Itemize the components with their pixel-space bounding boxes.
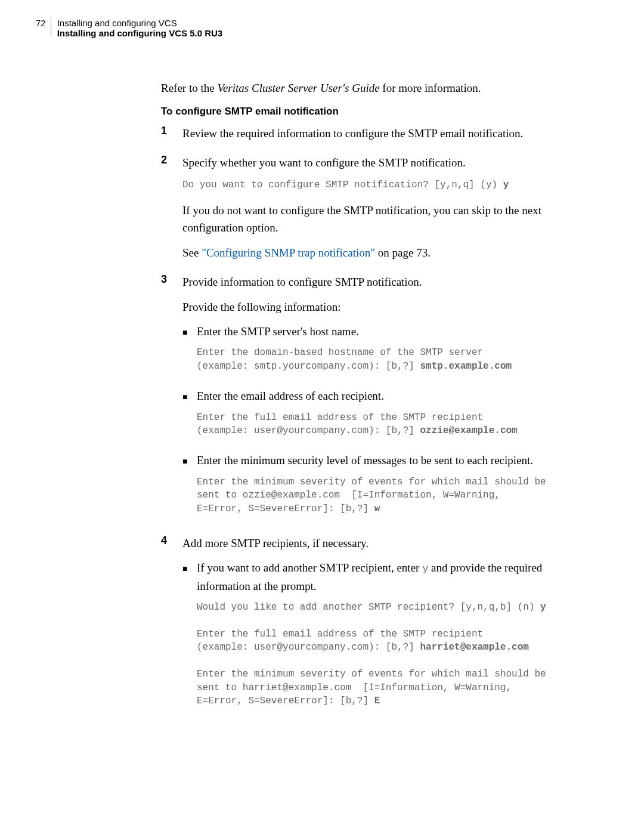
code-l1: Enter the full email address of the SMTP…	[197, 412, 483, 423]
step-body: Provide information to configure SMTP no…	[182, 273, 596, 530]
code-l1: Enter the domain-based hostname of the S…	[197, 347, 483, 358]
bullet-icon: ■	[182, 387, 197, 447]
b1-prefix: If you want to add another SMTP recipien…	[197, 561, 422, 574]
intro-suffix: for more information.	[380, 82, 481, 94]
step-number: 4	[161, 535, 182, 722]
chapter-title: Installing and configuring VCS	[57, 18, 223, 28]
procedure-heading: To configure SMTP email notification	[161, 106, 596, 118]
bullet-item: ■ Enter the email address of each recipi…	[182, 387, 596, 447]
code-block: Enter the domain-based hostname of the S…	[197, 346, 596, 373]
section-title: Installing and configuring VCS 5.0 RU3	[57, 28, 223, 38]
code-l2: sent to ozzie@example.com [I=Information…	[197, 490, 500, 500]
step-body: Specify whether you want to configure th…	[182, 154, 596, 268]
inline-code-y: y	[422, 563, 428, 574]
code-b2: (example: user@yourcompany.com): [b,?]	[197, 642, 420, 653]
step-body: Review the required information to confi…	[182, 125, 596, 149]
bullet-text: If you want to add another SMTP recipien…	[197, 559, 596, 595]
bullet-body: Enter the SMTP server's host name. Enter…	[197, 323, 596, 382]
code-c2: sent to harriet@example.com [I=Informati…	[197, 682, 512, 693]
see-suffix: on page 73.	[375, 246, 431, 259]
bullet-icon: ■	[182, 559, 197, 717]
code-b1: Enter the full email address of the SMTP…	[197, 629, 483, 639]
step-1: 1 Review the required information to con…	[161, 125, 596, 149]
bullet-body: Enter the minimum security level of mess…	[197, 452, 596, 525]
code-l3: E=Error, S=SevereError]: [b,?]	[197, 503, 374, 514]
code-c1: Enter the minimum severity of events for…	[197, 669, 546, 679]
step-4: 4 Add more SMTP recipients, if necessary…	[161, 535, 596, 722]
step-2: 2 Specify whether you want to configure …	[161, 154, 596, 268]
bullet3-text: Enter the minimum security level of mess…	[197, 452, 596, 469]
header-text: Installing and configuring VCS Installin…	[57, 18, 223, 38]
header-divider	[51, 18, 51, 36]
bullet-body: If you want to add another SMTP recipien…	[197, 559, 596, 717]
code-answer: E	[374, 696, 380, 706]
bullet-item: ■ Enter the minimum security level of me…	[182, 452, 596, 525]
step-number: 1	[161, 125, 182, 149]
bullet-item: ■ If you want to add another SMTP recipi…	[182, 559, 596, 717]
code-answer: ozzie@example.com	[420, 425, 517, 436]
bullet2-text: Enter the email address of each recipien…	[197, 387, 596, 404]
step2-para2: If you do not want to configure the SMTP…	[182, 202, 596, 237]
step-number: 3	[161, 273, 182, 530]
code-l1: Enter the minimum severity of events for…	[197, 477, 546, 487]
code-block: Would you like to add another SMTP recip…	[197, 601, 596, 707]
code-block: Do you want to configure SMTP notificati…	[182, 178, 596, 191]
see-prefix: See	[182, 246, 202, 259]
code-answer: y	[540, 602, 546, 613]
content-body: Refer to the Veritas Cluster Server User…	[161, 80, 596, 722]
page-container: 72 Installing and configuring VCS Instal…	[0, 0, 644, 762]
step-number: 2	[161, 154, 182, 268]
step3-text: Provide information to configure SMTP no…	[182, 273, 596, 291]
code-answer: w	[374, 503, 380, 514]
step2-see: See "Configuring SNMP trap notification"…	[182, 244, 596, 261]
code-l2: (example: user@yourcompany.com): [b,?]	[197, 425, 420, 436]
page-header: 72 Installing and configuring VCS Instal…	[36, 18, 596, 38]
step3-para2: Provide the following information:	[182, 298, 596, 316]
code-line: Do you want to configure SMTP notificati…	[182, 180, 503, 190]
code-answer: smtp.example.com	[420, 361, 512, 372]
step1-text: Review the required information to confi…	[182, 125, 596, 142]
step-3: 3 Provide information to configure SMTP …	[161, 273, 596, 530]
step-body: Add more SMTP recipients, if necessary. …	[182, 535, 596, 722]
bullet-body: Enter the email address of each recipien…	[197, 387, 596, 447]
code-l2: (example: smtp.yourcompany.com): [b,?]	[197, 361, 420, 372]
bullet-icon: ■	[182, 452, 197, 525]
bullet-item: ■ Enter the SMTP server's host name. Ent…	[182, 323, 596, 382]
step2-text: Specify whether you want to configure th…	[182, 154, 596, 171]
code-answer: harriet@example.com	[420, 642, 528, 653]
step4-text: Add more SMTP recipients, if necessary.	[182, 535, 596, 552]
code-block: Enter the full email address of the SMTP…	[197, 411, 596, 438]
see-link[interactable]: "Configuring SNMP trap notification"	[202, 246, 375, 259]
intro-prefix: Refer to the	[161, 82, 217, 94]
bullet1-text: Enter the SMTP server's host name.	[197, 323, 596, 340]
bullet-icon: ■	[182, 323, 197, 382]
code-a1: Would you like to add another SMTP recip…	[197, 602, 540, 613]
page-number: 72	[36, 18, 46, 28]
code-c3: E=Error, S=SevereError]: [b,?]	[197, 696, 374, 706]
guide-title: Veritas Cluster Server User's Guide	[217, 82, 379, 94]
code-answer: y	[503, 180, 509, 190]
code-block: Enter the minimum severity of events for…	[197, 475, 596, 515]
intro-paragraph: Refer to the Veritas Cluster Server User…	[161, 80, 596, 97]
